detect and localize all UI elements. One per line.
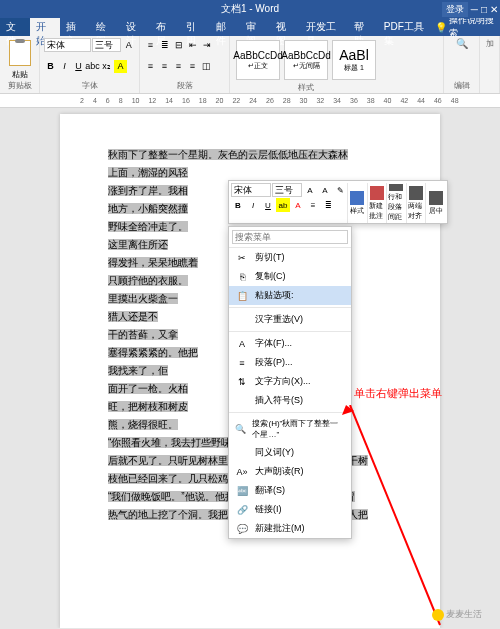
ruler[interactable]: 2468101214161820222426283032343638404244…	[0, 94, 500, 108]
edit-group-label: 编辑	[448, 80, 475, 91]
font-size-select[interactable]: 三号	[92, 38, 121, 52]
ctx-para[interactable]: ≡段落(P)...	[229, 353, 351, 372]
numbering-icon[interactable]: ≣	[158, 38, 171, 51]
align-right-icon[interactable]: ≡	[172, 59, 185, 72]
shading-icon[interactable]: ◫	[200, 59, 213, 72]
mini-numbering[interactable]: ≣	[321, 198, 335, 212]
menu-dev[interactable]: 开发工具	[300, 18, 348, 36]
italic-button[interactable]: I	[58, 60, 71, 73]
link-icon: 🔗	[235, 504, 249, 516]
doc-text[interactable]: 秋雨下了整整一个星期。灰色的云层低低地压在大森林	[108, 149, 348, 160]
annotation-text: 单击右键弹出菜单	[354, 386, 442, 401]
mini-justify[interactable]: 两端对齐	[406, 183, 426, 223]
menu-home[interactable]: 开始	[30, 18, 60, 36]
style-heading1[interactable]: AaBl标题 1	[332, 40, 376, 80]
ctx-font[interactable]: A字体(F)...	[229, 334, 351, 353]
login-button[interactable]: 登录	[442, 2, 468, 17]
ctx-copy[interactable]: ⎘复制(C)	[229, 267, 351, 286]
mini-shrink-icon[interactable]: A	[318, 183, 332, 197]
ctx-search[interactable]: 🔍搜索(H)"秋雨下了整整一个星…"	[229, 415, 351, 443]
menu-file[interactable]: 文件	[0, 18, 30, 36]
multilevel-icon[interactable]: ⊟	[172, 38, 185, 51]
watermark: 麦麦生活	[432, 608, 482, 621]
align-center-icon[interactable]: ≡	[158, 59, 171, 72]
mini-grow-icon[interactable]: A	[303, 183, 317, 197]
copy-icon: ⎘	[235, 271, 249, 283]
font-name-select[interactable]: 宋体	[44, 38, 91, 52]
grow-font-icon[interactable]: A	[122, 38, 135, 51]
mini-underline[interactable]: U	[261, 198, 275, 212]
mini-toolbar: 宋体 三号 A A ✎ B I U ab A ≡ ≣ 样式 新建批注 行和段落间…	[228, 180, 448, 224]
font-dialog-icon: A	[235, 338, 249, 350]
comment-icon: 💬	[235, 523, 249, 535]
bullets-icon[interactable]: ≡	[144, 38, 157, 51]
mini-format-icon[interactable]: ✎	[333, 183, 347, 197]
justify-icon[interactable]: ≡	[186, 59, 199, 72]
mini-color[interactable]: A	[291, 198, 305, 212]
mini-bullets[interactable]: ≡	[306, 198, 320, 212]
menu-draw[interactable]: 绘图	[90, 18, 120, 36]
ctx-read-aloud[interactable]: A»大声朗读(R)	[229, 462, 351, 481]
window-max-icon[interactable]: □	[481, 4, 487, 15]
paste-opt-icon: 📋	[235, 290, 249, 302]
find-icon[interactable]: 🔍	[448, 38, 475, 49]
paste-label: 粘贴	[4, 69, 35, 80]
mini-bold[interactable]: B	[231, 198, 245, 212]
paste-icon[interactable]	[9, 40, 31, 66]
context-menu: ✂剪切(T) ⎘复制(C) 📋粘贴选项: 汉字重选(V) A字体(F)... ≡…	[228, 226, 352, 539]
indent-inc-icon[interactable]: ⇥	[200, 38, 213, 51]
ctx-paste-options[interactable]: 📋粘贴选项:	[229, 286, 351, 305]
clipboard-group-label: 剪贴板	[4, 80, 35, 91]
underline-button[interactable]: U	[72, 60, 85, 73]
ctx-hanzi[interactable]: 汉字重选(V)	[229, 310, 351, 329]
svg-line-0	[350, 405, 440, 625]
mini-center[interactable]: 居中	[425, 183, 445, 223]
ctx-link[interactable]: 🔗链接(I)	[229, 500, 351, 519]
para-dialog-icon: ≡	[235, 357, 249, 369]
style-normal[interactable]: AaBbCcDd↵正文	[236, 40, 280, 80]
ctx-translate[interactable]: 🔤翻译(S)	[229, 481, 351, 500]
ctx-synonym[interactable]: 同义词(Y)	[229, 443, 351, 462]
menu-help[interactable]: 帮助	[348, 18, 378, 36]
tell-me-icon: 💡	[435, 22, 447, 33]
annotation-arrow	[400, 405, 402, 625]
menu-design[interactable]: 设计	[120, 18, 150, 36]
styles-group-label: 样式	[234, 82, 378, 93]
ctx-symbol[interactable]: 插入符号(S)	[229, 391, 351, 410]
menu-refs[interactable]: 引用	[180, 18, 210, 36]
sub-button[interactable]: x₂	[100, 60, 113, 73]
menu-view[interactable]: 视图	[270, 18, 300, 36]
mini-new-comment[interactable]: 新建批注	[367, 183, 387, 223]
mini-italic[interactable]: I	[246, 198, 260, 212]
menu-mail[interactable]: 邮件	[210, 18, 240, 36]
speaker-icon: A»	[235, 466, 249, 478]
ctx-search-input[interactable]	[232, 230, 348, 244]
font-group-label: 字体	[44, 80, 135, 91]
menu-insert[interactable]: 插入	[60, 18, 90, 36]
mini-highlight[interactable]: ab	[276, 198, 290, 212]
window-min-icon[interactable]: ─	[471, 4, 478, 15]
menu-review[interactable]: 审阅	[240, 18, 270, 36]
ctx-text-dir[interactable]: ⇅文字方向(X)...	[229, 372, 351, 391]
mini-size-select[interactable]: 三号	[272, 183, 302, 197]
bold-button[interactable]: B	[44, 60, 57, 73]
indent-dec-icon[interactable]: ⇤	[186, 38, 199, 51]
mini-styles[interactable]: 样式	[347, 183, 367, 223]
addin-group-label: 加	[484, 38, 495, 49]
text-dir-icon: ⇅	[235, 376, 249, 388]
window-close-icon[interactable]: ✕	[490, 4, 498, 15]
translate-icon: 🔤	[235, 485, 249, 497]
strike-button[interactable]: abc	[86, 60, 99, 73]
ctx-cut[interactable]: ✂剪切(T)	[229, 248, 351, 267]
mini-font-select[interactable]: 宋体	[231, 183, 271, 197]
ctx-new-comment[interactable]: 💬新建批注(M)	[229, 519, 351, 538]
mini-line-spacing[interactable]: 行和段落间距	[386, 183, 406, 223]
menu-pdf[interactable]: PDF工具集	[378, 18, 435, 36]
para-group-label: 段落	[144, 80, 225, 91]
highlight-button[interactable]: A	[114, 60, 127, 73]
app-title: 文档1 - Word	[221, 2, 279, 16]
menu-layout[interactable]: 布局	[150, 18, 180, 36]
align-left-icon[interactable]: ≡	[144, 59, 157, 72]
search-icon: 🔍	[235, 423, 246, 435]
style-nospacing[interactable]: AaBbCcDd↵无间隔	[284, 40, 328, 80]
